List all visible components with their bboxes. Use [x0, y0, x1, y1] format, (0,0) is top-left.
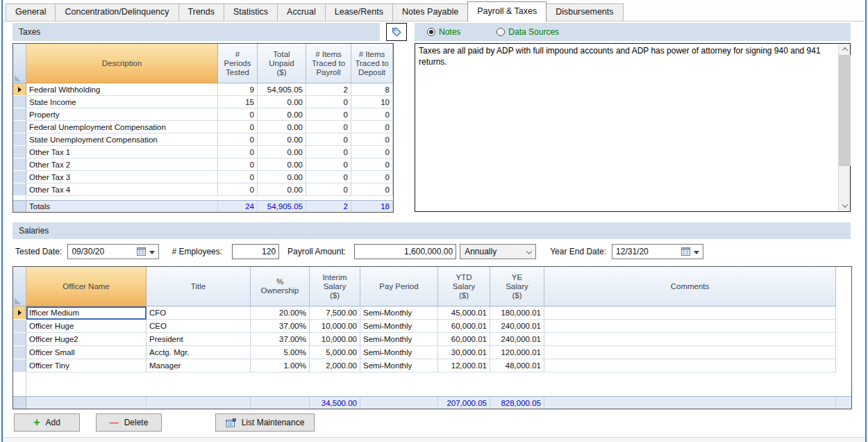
- officer-pay-period-cell[interactable]: Semi-Monthly: [360, 333, 438, 346]
- taxes-cell-deposit[interactable]: 0: [351, 171, 393, 183]
- officers-grid-corner-cell[interactable]: [13, 267, 26, 306]
- radio-data-sources-circle-icon[interactable]: [496, 28, 505, 36]
- taxes-cell-deposit[interactable]: 0: [351, 121, 393, 133]
- officer-ownership-cell[interactable]: 1.00%: [251, 359, 310, 373]
- notes-textarea[interactable]: Taxes are all paid by ADP with full impo…: [415, 44, 838, 211]
- taxes-cell-description[interactable]: Other Tax 1: [26, 146, 218, 158]
- taxes-cell-payroll[interactable]: 0: [306, 146, 351, 158]
- officer-comments-cell[interactable]: [544, 359, 836, 373]
- taxes-cell-description[interactable]: Property: [26, 108, 218, 121]
- taxes-cell-periods[interactable]: 9: [218, 83, 258, 96]
- officer-comments-cell[interactable]: [544, 306, 836, 320]
- officer-row-selector[interactable]: [13, 346, 26, 359]
- taxes-cell-payroll[interactable]: 0: [306, 133, 351, 146]
- radio-notes-circle-icon[interactable]: [427, 28, 435, 36]
- pay-frequency-select[interactable]: Annually: [460, 244, 536, 259]
- tab-disbursements[interactable]: Disbursements: [546, 3, 623, 21]
- taxes-row-selector[interactable]: [13, 108, 26, 121]
- officer-ytd-salary-cell[interactable]: 45,000.01: [438, 306, 490, 320]
- tab-lease-rents[interactable]: Lease/Rents: [325, 3, 393, 21]
- radio-notes[interactable]: Notes: [427, 27, 460, 37]
- taxes-cell-description[interactable]: State Unemployment Compensation: [26, 133, 218, 146]
- officer-ytd-salary-cell[interactable]: 60,000.01: [438, 333, 490, 346]
- tab-general[interactable]: General: [6, 3, 56, 21]
- taxes-cell-description[interactable]: State Income: [26, 96, 218, 108]
- employees-input[interactable]: 120: [232, 244, 279, 259]
- taxes-cell-description[interactable]: Other Tax 4: [26, 183, 218, 196]
- taxes-cell-payroll[interactable]: 0: [306, 183, 351, 196]
- notes-scrollbar[interactable]: [838, 44, 850, 211]
- taxes-cell-periods[interactable]: 0: [218, 108, 258, 121]
- taxes-cell-payroll[interactable]: 0: [306, 171, 351, 183]
- officer-pay-period-cell[interactable]: Semi-Monthly: [360, 346, 438, 359]
- delete-button[interactable]: — Delete: [96, 414, 162, 432]
- tab-payroll-taxes[interactable]: Payroll & Taxes: [467, 1, 546, 22]
- officer-name-cell[interactable]: Ifficer Medium: [26, 306, 147, 320]
- taxes-cell-deposit[interactable]: 0: [351, 146, 393, 158]
- officer-ytd-salary-cell[interactable]: 12,000.01: [438, 359, 490, 373]
- officer-interim-salary-cell[interactable]: 5,000.00: [310, 346, 360, 359]
- tab-notes-payable[interactable]: Notes Payable: [392, 3, 468, 21]
- taxes-cell-unpaid[interactable]: 0.00: [258, 171, 306, 183]
- officer-title-cell[interactable]: Acctg. Mgr.: [147, 346, 251, 359]
- officer-ye-salary-cell[interactable]: 48,000.01: [490, 359, 544, 373]
- officer-ownership-cell[interactable]: 20.00%: [251, 306, 310, 320]
- officer-ye-salary-cell[interactable]: 240,000.01: [490, 333, 544, 346]
- taxes-grid-corner-cell[interactable]: [13, 44, 26, 83]
- taxes-cell-periods[interactable]: 0: [218, 121, 258, 133]
- taxes-cell-unpaid[interactable]: 54,905.05: [258, 83, 306, 96]
- officer-title-cell[interactable]: CFO: [147, 306, 251, 320]
- officer-interim-salary-cell[interactable]: 10,000.00: [310, 333, 360, 346]
- taxes-row-selector[interactable]: [13, 83, 26, 96]
- taxes-row-selector[interactable]: [13, 96, 26, 108]
- officer-title-cell[interactable]: CEO: [147, 320, 251, 333]
- officer-row-selector[interactable]: [13, 306, 26, 320]
- taxes-row-selector[interactable]: [13, 133, 26, 146]
- officer-row-selector[interactable]: [13, 333, 26, 346]
- officer-name-cell[interactable]: Officer Huge: [26, 320, 147, 333]
- officer-title-cell[interactable]: President: [147, 333, 251, 346]
- taxes-cell-deposit[interactable]: 0: [351, 158, 393, 171]
- radio-data-sources[interactable]: Data Sources: [496, 27, 559, 37]
- payroll-amount-input[interactable]: 1,600,000.00: [354, 244, 456, 259]
- taxes-cell-unpaid[interactable]: 0.00: [258, 121, 306, 133]
- taxes-cell-periods[interactable]: 0: [218, 146, 258, 158]
- officer-pay-period-cell[interactable]: Semi-Monthly: [360, 306, 438, 320]
- officer-ownership-cell[interactable]: 37.00%: [251, 333, 310, 346]
- officer-ye-salary-cell[interactable]: 180,000.01: [490, 306, 544, 320]
- tab-concentration-delinquency[interactable]: Concentration/Delinquency: [55, 3, 178, 21]
- tested-date-picker[interactable]: 09/30/20: [67, 244, 159, 259]
- taxes-cell-payroll[interactable]: 2: [306, 83, 351, 96]
- officer-ownership-cell[interactable]: 5.00%: [251, 346, 310, 359]
- taxes-cell-unpaid[interactable]: 0.00: [258, 108, 306, 121]
- officer-interim-salary-cell[interactable]: 2,000.00: [310, 359, 360, 373]
- tab-statistics[interactable]: Statistics: [224, 3, 278, 21]
- officer-title-cell[interactable]: Manager: [147, 359, 251, 373]
- taxes-cell-description[interactable]: Other Tax 2: [26, 158, 218, 171]
- taxes-cell-description[interactable]: Other Tax 3: [26, 171, 218, 183]
- officer-comments-cell[interactable]: [544, 346, 836, 359]
- officer-ytd-salary-cell[interactable]: 30,000.01: [438, 346, 490, 359]
- list-maintenance-button[interactable]: List Maintenance: [215, 414, 315, 432]
- taxes-cell-unpaid[interactable]: 0.00: [258, 96, 306, 108]
- year-end-date-picker[interactable]: 12/31/20: [612, 244, 703, 259]
- taxes-cell-unpaid[interactable]: 0.00: [258, 158, 306, 171]
- taxes-cell-payroll[interactable]: 0: [306, 158, 351, 171]
- tag-button[interactable]: [386, 23, 407, 41]
- officer-comments-cell[interactable]: [544, 333, 836, 346]
- taxes-row-selector[interactable]: [13, 183, 26, 196]
- officer-comments-cell[interactable]: [544, 320, 836, 333]
- officer-pay-period-cell[interactable]: Semi-Monthly: [360, 320, 438, 333]
- taxes-cell-deposit[interactable]: 0: [351, 108, 393, 121]
- officer-ye-salary-cell[interactable]: 120,000.01: [490, 346, 544, 359]
- taxes-cell-deposit[interactable]: 0: [351, 183, 393, 196]
- taxes-cell-periods[interactable]: 15: [218, 96, 258, 108]
- taxes-cell-payroll[interactable]: 0: [306, 108, 351, 121]
- taxes-cell-periods[interactable]: 0: [218, 133, 258, 146]
- taxes-cell-deposit[interactable]: 0: [351, 133, 393, 146]
- taxes-cell-periods[interactable]: 0: [218, 183, 258, 196]
- scroll-up-icon[interactable]: [839, 44, 851, 55]
- taxes-cell-payroll[interactable]: 0: [306, 121, 351, 133]
- taxes-cell-unpaid[interactable]: 0.00: [258, 146, 306, 158]
- officer-row-selector[interactable]: [13, 320, 26, 333]
